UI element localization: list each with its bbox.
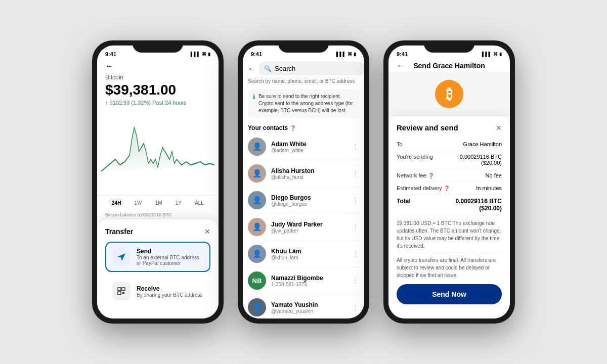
receive-text: Receive By sharing your BTC address <box>137 285 203 298</box>
receive-subtitle: By sharing your BTC address <box>137 292 203 298</box>
review-title: Review and send <box>397 123 458 132</box>
coin-bottom-info: Bitcoin balance 0.00029116 BTC <box>97 210 219 219</box>
contacts-header: Your contacts ❓ <box>243 120 364 133</box>
contact-info-yamato: Yamato Yuushin @yamato_yuushin <box>271 301 347 314</box>
more-dots-diego[interactable]: ⋮ <box>352 196 359 204</box>
more-dots-namazzi[interactable]: ⋮ <box>352 277 359 285</box>
send-svg <box>116 252 126 262</box>
send-title: Send <box>137 248 203 255</box>
avatar-judy: 👤 <box>248 218 266 236</box>
row-value-delivery: In minutes <box>476 185 502 191</box>
status-icons-1: ▌▌▌ ⌘ ▮ <box>191 52 210 57</box>
contact-info-alisha: Alisha Hurston @alisha_hurst <box>271 167 347 180</box>
filter-all[interactable]: ALL <box>192 199 207 207</box>
back-button-2[interactable]: ← <box>248 64 256 73</box>
avatar-alisha: 👤 <box>248 164 266 183</box>
row-label-delivery: Estimated delivery ❓ <box>397 185 450 191</box>
transfer-title: Transfer <box>105 228 133 236</box>
coin-price: $39,381.00 <box>97 81 219 99</box>
back-button-3[interactable]: ← <box>397 61 405 70</box>
notch-2 <box>278 40 329 53</box>
svg-rect-0 <box>118 288 121 291</box>
contact-namazzi[interactable]: NB Namazzi Bigombe 1-358-581-1275 ⋮ <box>243 267 364 294</box>
send-now-button[interactable]: Send Now <box>397 284 502 304</box>
send-option[interactable]: Send To an external BTC address or PayPa… <box>105 242 210 272</box>
search-wrapper[interactable]: 🔍 <box>259 62 364 75</box>
more-dots-khuu[interactable]: ⋮ <box>352 250 359 258</box>
contacts-list: 👤 Adam White @adam_white ⋮ 👤 <box>243 133 364 318</box>
close-review-button[interactable]: ✕ <box>496 124 502 132</box>
contact-info-judy: Judy Ward Parker @jw_parker <box>271 221 347 234</box>
notch-3 <box>424 40 474 53</box>
time-filters: 24H 1W 1M 1Y ALL <box>97 195 219 210</box>
avatar-icon-judy: 👤 <box>252 222 262 232</box>
contact-diego[interactable]: 👤 Diego Burgos @diego_burgos ⋮ <box>243 187 364 214</box>
avatar-icon-diego: 👤 <box>252 196 262 205</box>
filter-1w[interactable]: 1W <box>132 199 145 207</box>
transfer-sheet: Transfer ✕ Send To an external BTC addre… <box>97 219 219 318</box>
review-header: Review and send ✕ <box>397 123 502 132</box>
contact-handle-diego: @diego_burgos <box>271 201 347 207</box>
svg-rect-3 <box>122 292 124 294</box>
row-label-fee: Network fee ❓ <box>397 172 434 178</box>
more-dots-adam[interactable]: ⋮ <box>352 143 359 151</box>
more-dots-yamato[interactable]: ⋮ <box>352 303 359 311</box>
phone1-content: ← Bitcoin $39,381.00 ↑ $102.93 (1.32%) P… <box>97 60 219 318</box>
exchange-note-text: 19,381.00 USD = 1 BTC The exchange rate … <box>397 220 501 249</box>
review-row-fee: Network fee ❓ No fee <box>397 169 502 182</box>
contacts-help-icon: ❓ <box>290 125 296 131</box>
contact-yamato[interactable]: 👤 Yamato Yuushin @yamato_yuushin ⋮ <box>243 294 364 318</box>
filter-24h[interactable]: 24H <box>109 199 124 207</box>
send-text: Send To an external BTC address or PayPa… <box>137 248 203 266</box>
delivery-help-icon[interactable]: ❓ <box>444 186 450 191</box>
review-row-delivery: Estimated delivery ❓ In minutes <box>397 182 502 195</box>
review-row-sending: You're sending 0.00029116 BTC ($20.00) <box>397 151 502 169</box>
receive-icon <box>112 282 131 300</box>
receive-svg <box>116 286 126 296</box>
status-icons-3: ▌▌▌ ⌘ ▮ <box>482 52 502 57</box>
price-chart <box>101 108 214 195</box>
contact-info-adam: Adam White @adam_white <box>271 141 347 153</box>
chart-area <box>97 108 219 195</box>
signal-icon-2: ▌▌▌ <box>336 52 346 57</box>
phone-3: 9:41 ▌▌▌ ⌘ ▮ ← Send Grace Hamilton ₿ <box>383 40 515 324</box>
info-text: Be sure to send to the right recipient. … <box>258 93 354 114</box>
contact-name-diego: Diego Burgos <box>271 194 347 201</box>
btc-hero: ₿ <box>388 72 510 116</box>
contact-alisha[interactable]: 👤 Alisha Hurston @alisha_hurst ⋮ <box>243 160 364 187</box>
more-dots-judy[interactable]: ⋮ <box>352 223 359 231</box>
search-input[interactable] <box>275 65 360 72</box>
filter-1m[interactable]: 1M <box>152 199 165 207</box>
contact-adam-white[interactable]: 👤 Adam White @adam_white ⋮ <box>243 133 364 160</box>
contact-name-khuu: Khưu Lâm <box>271 248 347 255</box>
contact-judy[interactable]: 👤 Judy Ward Parker @jw_parker ⋮ <box>243 214 364 241</box>
contact-name-namazzi: Namazzi Bigombe <box>271 275 347 282</box>
avatar-khuu: 👤 <box>248 245 266 263</box>
status-icons-2: ▌▌▌ ⌘ ▮ <box>336 52 356 57</box>
avatar-yamato: 👤 <box>248 298 266 316</box>
avatar-icon-yamato: 👤 <box>252 303 262 312</box>
receive-option[interactable]: Receive By sharing your BTC address <box>105 276 210 306</box>
row-value-to: Grace Hamilton <box>463 141 502 147</box>
close-transfer-button[interactable]: ✕ <box>204 228 210 236</box>
signal-icon: ▌▌▌ <box>191 52 200 57</box>
review-row-to: To Grace Hamilton <box>397 138 502 151</box>
more-dots-alisha[interactable]: ⋮ <box>352 169 359 177</box>
btc-symbol: ₿ <box>446 86 453 103</box>
contact-handle-khuu: @khuu_lam <box>271 255 347 260</box>
screen-3: 9:41 ▌▌▌ ⌘ ▮ ← Send Grace Hamilton ₿ <box>388 46 510 318</box>
back-button-1[interactable]: ← <box>105 62 113 70</box>
avatar-icon-alisha: 👤 <box>252 169 262 178</box>
btc-icon: ₿ <box>435 80 463 108</box>
status-time-2: 9:41 <box>251 51 262 57</box>
svg-rect-2 <box>118 292 121 295</box>
filter-1y[interactable]: 1Y <box>172 199 185 207</box>
screen-2: 9:41 ▌▌▌ ⌘ ▮ ← 🔍 ⊞ Search by name, phone… <box>243 46 364 318</box>
status-time-3: 9:41 <box>397 51 408 57</box>
phone3-header: ← Send Grace Hamilton <box>388 60 510 72</box>
avatar-namazzi: NB <box>248 271 266 290</box>
contact-name-judy: Judy Ward Parker <box>271 221 347 228</box>
fee-help-icon[interactable]: ❓ <box>428 173 434 178</box>
contact-khuu[interactable]: 👤 Khưu Lâm @khuu_lam ⋮ <box>243 241 364 267</box>
wifi-icon-2: ⌘ <box>348 52 352 57</box>
